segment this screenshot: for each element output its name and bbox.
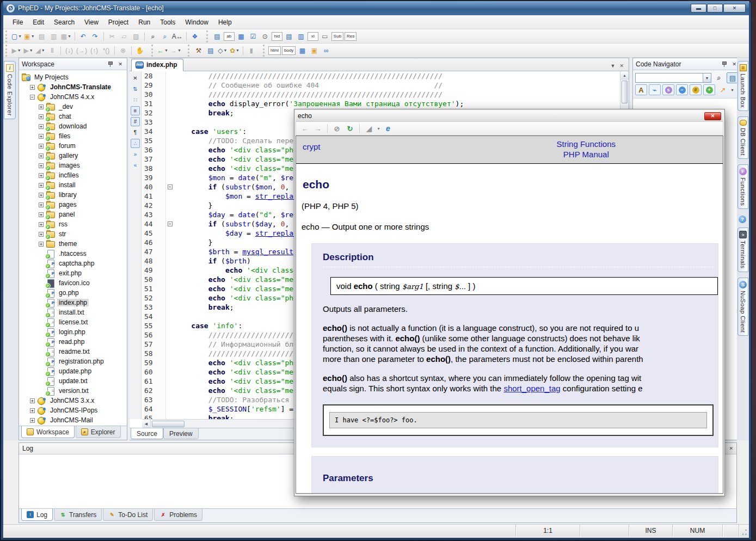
menu-file[interactable]: File xyxy=(8,16,28,28)
code-templates-button[interactable]: ✿▼ xyxy=(229,45,240,56)
menu-tools[interactable]: Tools xyxy=(155,16,180,28)
expander-icon[interactable]: + xyxy=(39,153,44,158)
tree-item-read-php[interactable]: ✓Pread.php xyxy=(19,337,127,347)
insert-form-button[interactable]: ▤ xyxy=(212,31,223,42)
scroll-left-icon[interactable]: ◀ xyxy=(142,420,151,428)
chevron-down-icon[interactable]: ▼ xyxy=(377,127,380,131)
tree-item-download[interactable]: +✓download xyxy=(19,121,127,131)
save-all-button[interactable]: ▥ xyxy=(48,31,59,42)
open-file-button[interactable]: ▣▼ xyxy=(23,31,35,42)
chevron-down-icon[interactable]: ▼ xyxy=(730,88,734,92)
find-button[interactable]: ⌕ xyxy=(147,31,158,42)
tree-item-update-php[interactable]: ✓Pupdate.php xyxy=(19,366,127,376)
project-tree[interactable]: My Projects+JohnCMS-Translate−JohnCMS 4.… xyxy=(19,70,127,426)
tree-item-index-php[interactable]: ✓Pindex.php xyxy=(19,298,127,308)
menu-edit[interactable]: Edit xyxy=(28,16,49,28)
indent-icon[interactable]: » xyxy=(131,150,140,159)
auto-indent-icon[interactable]: ∴ xyxy=(131,139,140,148)
tree-item-install-txt[interactable]: ✓≡install.txt xyxy=(19,308,127,317)
run-debugger-button[interactable]: ▶▼ xyxy=(23,45,34,56)
show-public-icon[interactable]: + xyxy=(703,84,715,95)
forward-icon[interactable]: → xyxy=(312,123,323,134)
tree-item-pages[interactable]: +✓pages xyxy=(19,200,127,210)
maximize-button[interactable]: □ xyxy=(707,4,723,13)
menu-run[interactable]: Run xyxy=(133,16,155,28)
tree-item-incfiles[interactable]: +✓incfiles xyxy=(19,170,127,180)
tree-item-library[interactable]: +✓library xyxy=(19,190,127,200)
tree-item-login-php[interactable]: ✓Plogin.php xyxy=(19,327,127,337)
close-panel-icon[interactable]: ✕ xyxy=(729,446,733,451)
log-tab-transfers[interactable]: ⇅Transfers xyxy=(54,509,102,521)
run-button[interactable]: ▶▼ xyxy=(11,45,22,56)
log-tab-to-do-list[interactable]: ✎To-Do List xyxy=(103,509,153,521)
navigator-search-icon[interactable]: ⌕ xyxy=(713,72,725,83)
paragraph-marks-icon[interactable]: ¶ xyxy=(131,128,140,137)
short-open-tag-link[interactable]: short_open_tag xyxy=(503,384,560,393)
internet-explorer-icon[interactable]: e xyxy=(383,123,394,134)
back-button[interactable]: ←▼ xyxy=(157,45,169,56)
sort-alphabetical-icon[interactable]: A xyxy=(635,84,647,95)
stop-icon[interactable]: ⊘ xyxy=(331,123,342,134)
tree-item-install[interactable]: +✓install xyxy=(19,180,127,190)
html-tag-button[interactable]: html xyxy=(268,46,281,55)
insert-image-button[interactable]: ▣ xyxy=(309,45,319,56)
tree-item-johncms-ipops[interactable]: +JohnCMS-IPops xyxy=(19,405,127,415)
editor-view-tab-preview[interactable]: Preview xyxy=(163,428,199,439)
chevron-down-icon[interactable]: ▼ xyxy=(703,73,711,82)
close-tab-icon[interactable]: ✕ xyxy=(619,63,624,69)
log-tab-log[interactable]: !Log xyxy=(21,509,53,521)
log-tab-problems[interactable]: ✗Problems xyxy=(154,509,202,521)
tree-item-exit-php[interactable]: ✓Pexit.php xyxy=(19,268,127,278)
outdent-icon[interactable]: « xyxy=(131,161,140,170)
expander-icon[interactable]: + xyxy=(39,114,44,119)
insert-textarea-button[interactable]: xI xyxy=(308,32,318,41)
show-statics-icon[interactable]: s xyxy=(662,84,674,95)
insert-radio-button[interactable]: ⊙ xyxy=(260,31,271,42)
refresh-icon[interactable]: ↻ xyxy=(345,123,355,134)
navigator-filter-combobox[interactable]: ▼ xyxy=(635,73,711,83)
expander-icon[interactable]: + xyxy=(39,222,44,227)
side-tab-functions[interactable]: FFunctions xyxy=(737,164,748,209)
insert-reset-button[interactable]: Res xyxy=(345,32,357,41)
line-numbers-icon[interactable]: # xyxy=(131,117,140,126)
run-profiler-button[interactable]: ◢▼ xyxy=(35,45,46,56)
back-icon[interactable]: ← xyxy=(299,123,310,134)
expander-icon[interactable]: + xyxy=(39,134,44,139)
prev-function-link[interactable]: crypt xyxy=(303,142,321,163)
tree-item-captcha-php[interactable]: ✓Pcaptcha.php xyxy=(19,259,127,268)
tree-item-dev[interactable]: +✓_dev xyxy=(19,102,127,112)
expander-icon[interactable]: + xyxy=(39,242,44,247)
side-tab-terminals[interactable]: >Terminals xyxy=(737,228,748,272)
pin-icon[interactable] xyxy=(722,61,727,67)
cut-button[interactable]: ✂ xyxy=(107,31,118,42)
tree-item-johncms-4-x-x[interactable]: −JohnCMS 4.x.x xyxy=(19,92,127,102)
tree-item-files[interactable]: +✓files xyxy=(19,131,127,141)
settings-button[interactable]: ⚒ xyxy=(193,45,204,56)
deploy-button[interactable]: ◇▼ xyxy=(217,45,228,56)
step-into-button[interactable]: (↓) xyxy=(64,45,75,56)
expander-icon[interactable]: + xyxy=(39,193,44,198)
tree-item-favicon-ico[interactable]: ✓ifavicon.ico xyxy=(19,278,127,288)
tree-item-htaccess[interactable]: ✓.htaccess xyxy=(19,249,127,259)
tree-item-johncms-mail[interactable]: +JohnCMS-Mail xyxy=(19,415,127,425)
step-over-button[interactable]: (→) xyxy=(76,45,88,56)
insert-table-button[interactable]: ▦ xyxy=(297,45,308,56)
side-tab-help[interactable]: ? xyxy=(737,214,748,224)
menu-window[interactable]: Window xyxy=(180,16,213,28)
side-tab-nusoap-client[interactable]: SNuSoap Client xyxy=(737,278,748,336)
expander-icon[interactable]: − xyxy=(30,95,35,100)
split-view-icon[interactable]: ⇅ xyxy=(131,84,140,94)
popup-close-button[interactable]: ✕ xyxy=(704,112,721,120)
insert-listbox-button[interactable]: ▤ xyxy=(284,31,294,42)
line-wrap-icon[interactable]: ≡ xyxy=(131,106,140,115)
file-properties-button[interactable]: ▤ xyxy=(205,45,216,56)
tree-item-str[interactable]: +✓str xyxy=(19,229,127,239)
tree-item-gallery[interactable]: +✓gallery xyxy=(19,151,127,161)
show-private-icon[interactable]: − xyxy=(676,84,688,95)
popup-titlebar[interactable]: echo ✕ xyxy=(296,110,723,121)
show-links-icon[interactable]: ⌁ xyxy=(649,84,661,95)
find-in-files-button[interactable]: ⌕ xyxy=(159,31,170,42)
tree-item-johncms-3-x-x[interactable]: +JohnCMS 3.x.x xyxy=(19,396,127,405)
save-button[interactable]: ▤ xyxy=(36,31,47,42)
side-tab-launch-box[interactable]: ≣Launch Box xyxy=(737,61,748,111)
